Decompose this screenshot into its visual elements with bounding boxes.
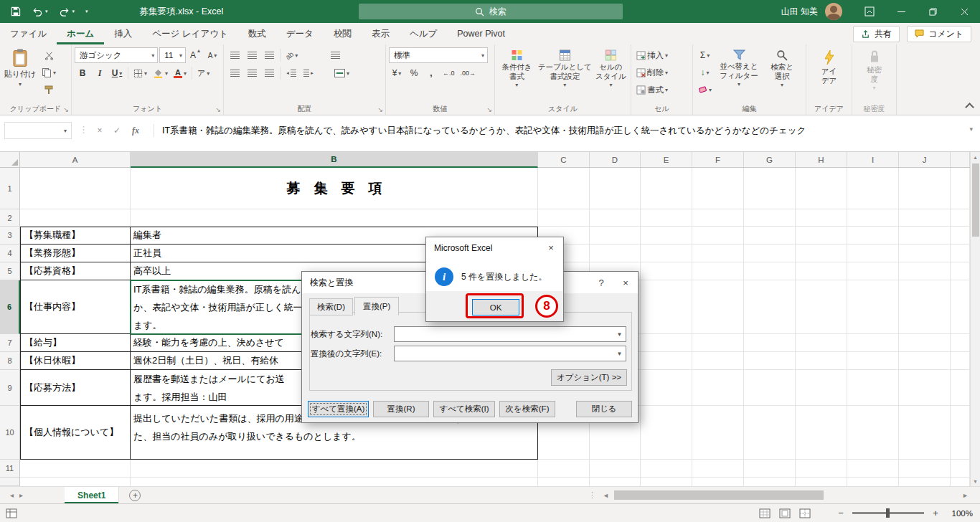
font-size-combo[interactable]: 11▾ bbox=[159, 47, 186, 63]
column-header-partial[interactable] bbox=[951, 152, 970, 168]
macro-record-button[interactable] bbox=[6, 508, 17, 518]
save-button[interactable] bbox=[11, 6, 21, 16]
phonetic-guide-button[interactable]: ア▾ bbox=[195, 65, 212, 81]
insert-cells-button[interactable]: 挿入▾ bbox=[634, 47, 689, 63]
column-header-B[interactable]: B bbox=[131, 152, 538, 168]
align-right-button[interactable] bbox=[261, 65, 277, 81]
horizontal-scroll-thumb[interactable] bbox=[614, 490, 824, 500]
underline-button[interactable]: U▾ bbox=[109, 65, 125, 81]
font-name-combo[interactable]: 游ゴシック▾ bbox=[75, 47, 158, 63]
find-all-button[interactable]: すべて検索(I) bbox=[433, 401, 495, 417]
minimize-button[interactable] bbox=[885, 0, 917, 23]
replace-with-input[interactable]: ▼ bbox=[394, 346, 626, 361]
zoom-in-button[interactable]: + bbox=[931, 508, 940, 518]
row-header-partial[interactable] bbox=[0, 478, 20, 486]
tab-power-pivot[interactable]: Power Pivot bbox=[447, 23, 515, 44]
page-break-preview-button[interactable] bbox=[799, 508, 811, 518]
increase-indent-button[interactable]: ▸ bbox=[301, 65, 316, 81]
share-button[interactable]: 共有 bbox=[853, 26, 900, 42]
italic-button[interactable]: I bbox=[92, 65, 108, 81]
expand-formula-bar-icon[interactable]: ▾ bbox=[969, 125, 973, 133]
format-painter-button[interactable] bbox=[39, 82, 58, 98]
zoom-slider[interactable] bbox=[852, 512, 924, 514]
column-header-D[interactable]: D bbox=[590, 152, 641, 168]
orientation-button[interactable]: ab▾ bbox=[283, 47, 300, 63]
increase-font-size-button[interactable]: A▴ bbox=[187, 47, 203, 63]
row-header-6[interactable]: 6 bbox=[0, 280, 20, 334]
next-sheet-button[interactable]: ▸ bbox=[19, 491, 23, 499]
cell-A6[interactable]: 【仕事内容】 bbox=[20, 280, 131, 334]
tab-review[interactable]: 校閲 bbox=[324, 23, 362, 44]
close-dialog-button[interactable]: 閉じる bbox=[576, 401, 632, 417]
scroll-up-icon[interactable]: ▲ bbox=[971, 152, 980, 162]
number-format-combo[interactable]: 標準▾ bbox=[389, 47, 488, 63]
tab-replace[interactable]: 置換(P) bbox=[354, 297, 399, 315]
tab-insert[interactable]: 挿入 bbox=[104, 23, 142, 44]
restore-button[interactable] bbox=[917, 0, 948, 23]
font-dialog-launcher[interactable]: ↘ bbox=[215, 107, 221, 113]
sheet-tab-sheet1[interactable]: Sheet1 bbox=[65, 487, 119, 503]
cancel-entry-button[interactable]: × bbox=[92, 122, 108, 139]
close-button[interactable] bbox=[948, 0, 980, 23]
column-header-A[interactable]: A bbox=[20, 152, 131, 168]
paste-dropdown-icon[interactable]: ▾ bbox=[19, 81, 22, 87]
cell-A3[interactable]: 【募集職種】 bbox=[20, 227, 131, 245]
row-header-10[interactable]: 10 bbox=[0, 406, 20, 460]
paste-button[interactable]: 貼り付け ▾ bbox=[3, 47, 37, 87]
delete-cells-button[interactable]: 削除▾ bbox=[634, 65, 689, 80]
dialog-help-button[interactable]: ? bbox=[589, 272, 613, 293]
fill-button[interactable]: ↓▾ bbox=[696, 65, 714, 80]
insert-function-button[interactable]: fx bbox=[128, 122, 143, 139]
find-next-button[interactable]: 次を検索(F) bbox=[499, 401, 555, 417]
options-button[interactable]: オプション(T) >> bbox=[551, 369, 627, 386]
cell-A8[interactable]: 【休日休暇】 bbox=[20, 352, 131, 370]
scroll-left-icon[interactable]: ◄ bbox=[603, 492, 609, 499]
prev-sheet-button[interactable]: ◂ bbox=[10, 491, 14, 499]
row-header-7[interactable]: 7 bbox=[0, 334, 20, 352]
comma-style-button[interactable]: , bbox=[423, 65, 439, 81]
cell-styles-button[interactable]: セルの スタイル▾ bbox=[594, 47, 628, 89]
scroll-down-icon[interactable]: ▼ bbox=[971, 476, 980, 486]
cell-B1[interactable]: 募 集 要 項 bbox=[131, 168, 538, 209]
redo-button[interactable]: ▾ bbox=[59, 7, 75, 16]
row-header-9[interactable]: 9 bbox=[0, 370, 20, 406]
cell-A4[interactable]: 【業務形態】 bbox=[20, 245, 131, 262]
center-button[interactable] bbox=[244, 65, 260, 81]
find-what-dropdown-icon[interactable]: ▼ bbox=[613, 327, 626, 341]
zoom-slider-thumb[interactable] bbox=[886, 508, 890, 518]
formula-bar-value[interactable]: IT系書籍・雑誌の編集業務。原稿を読んで、読みやすい日本語になっているかどうか、… bbox=[162, 122, 954, 139]
dialog-close-button[interactable]: × bbox=[613, 272, 638, 293]
decrease-font-size-button[interactable]: A▾ bbox=[204, 47, 220, 63]
tab-find[interactable]: 検索(D) bbox=[309, 298, 353, 315]
wrap-text-button[interactable] bbox=[327, 47, 343, 63]
tab-home[interactable]: ホーム bbox=[57, 23, 104, 44]
ribbon-display-options-button[interactable] bbox=[854, 0, 885, 23]
ok-button[interactable]: OK bbox=[472, 299, 519, 315]
vertical-scrollbar[interactable]: ▲ ▼ bbox=[970, 152, 980, 486]
select-all-corner[interactable] bbox=[0, 152, 20, 168]
replace-with-dropdown-icon[interactable]: ▼ bbox=[613, 346, 626, 361]
copy-button[interactable]: ▾ bbox=[39, 65, 58, 80]
column-header-J[interactable]: J bbox=[899, 152, 951, 168]
zoom-level[interactable]: 100% bbox=[947, 509, 973, 518]
message-box-title-bar[interactable]: Microsoft Excel × bbox=[426, 237, 563, 258]
decrease-decimal-button[interactable]: .00→ bbox=[458, 65, 479, 81]
top-align-button[interactable] bbox=[227, 47, 242, 63]
name-box[interactable]: ▾ bbox=[4, 122, 72, 139]
alignment-dialog-launcher[interactable]: ↘ bbox=[377, 107, 383, 113]
bottom-align-button[interactable] bbox=[261, 47, 277, 63]
message-close-button[interactable]: × bbox=[539, 237, 563, 258]
sort-filter-button[interactable]: 並べ替えと フィルター▾ bbox=[716, 47, 762, 88]
clear-button[interactable]: ▾ bbox=[696, 82, 714, 98]
comments-button[interactable]: コメント bbox=[907, 26, 971, 42]
tab-page-layout[interactable]: ページ レイアウト bbox=[142, 23, 238, 44]
column-header-E[interactable]: E bbox=[641, 152, 692, 168]
page-layout-view-button[interactable] bbox=[779, 508, 791, 518]
find-select-button[interactable]: 検索と 選択▾ bbox=[764, 47, 800, 89]
cell-A7[interactable]: 【給与】 bbox=[20, 334, 131, 352]
column-header-C[interactable]: C bbox=[538, 152, 590, 168]
replace-button[interactable]: 置換(R) bbox=[373, 401, 429, 417]
increase-decimal-button[interactable]: ←.0 bbox=[440, 65, 457, 81]
tab-view[interactable]: 表示 bbox=[362, 23, 400, 44]
row-header-5[interactable]: 5 bbox=[0, 262, 20, 280]
